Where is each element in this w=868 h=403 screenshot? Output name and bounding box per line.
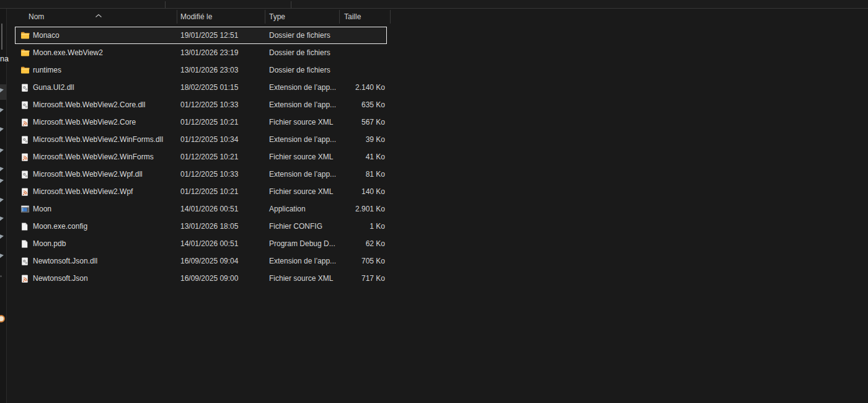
- file-size: 717 Ko: [361, 270, 385, 287]
- file-modified-date: 16/09/2025 09:00: [180, 270, 238, 287]
- file-row[interactable]: runtimes 13/01/2026 23:03 Dossier de fic…: [15, 61, 387, 79]
- nav-folder-icon-fragment[interactable]: [0, 315, 5, 322]
- column-header-type[interactable]: Type: [269, 9, 285, 25]
- file-name: Guna.UI2.dll: [33, 79, 74, 96]
- chevron-expand-icon[interactable]: [0, 197, 4, 203]
- chevron-expand-icon[interactable]: [0, 107, 4, 113]
- column-header-size[interactable]: Taille: [344, 9, 361, 25]
- file-name: Microsoft.Web.WebView2.Wpf.dll: [33, 166, 143, 183]
- command-bar-separator: [165, 1, 166, 8]
- file-row[interactable]: Moon.pdb 14/01/2026 00:51 Program Debug …: [15, 235, 387, 252]
- chevron-expand-icon[interactable]: [0, 253, 4, 259]
- file-row[interactable]: Monaco 19/01/2025 12:51 Dossier de fichi…: [15, 27, 387, 44]
- chevron-expand-icon[interactable]: [0, 148, 4, 153]
- navigation-pane-clipped: na: [0, 9, 7, 403]
- file-type: Dossier de fichiers: [269, 61, 330, 79]
- file-row[interactable]: Newtonsoft.Json 16/09/2025 09:00 Fichier…: [15, 270, 387, 287]
- folder-icon: [20, 31, 30, 40]
- app-icon: [20, 205, 30, 213]
- xml-icon: [20, 153, 29, 161]
- file-row[interactable]: Microsoft.Web.WebView2.WinForms.dll 01/1…: [15, 131, 387, 148]
- file-row[interactable]: Moon.exe.WebView2 13/01/2026 23:19 Dossi…: [15, 44, 387, 61]
- file-size: 635 Ko: [361, 96, 385, 113]
- file-row[interactable]: Microsoft.Web.WebView2.Wpf.dll 01/12/202…: [15, 166, 387, 183]
- file-list: Monaco 19/01/2025 12:51 Dossier de fichi…: [15, 27, 387, 287]
- dll-icon: [20, 100, 29, 109]
- file-modified-date: 19/01/2025 12:51: [180, 27, 238, 45]
- file-modified-date: 01/12/2025 10:21: [180, 113, 238, 131]
- xml-icon: [20, 187, 29, 196]
- file-size: 62 Ko: [366, 235, 385, 252]
- file-row[interactable]: Microsoft.Web.WebView2.Core 01/12/2025 1…: [15, 113, 387, 131]
- dll-icon: [20, 170, 29, 179]
- file-row[interactable]: Microsoft.Web.WebView2.Core.dll 01/12/20…: [15, 96, 387, 113]
- file-name: Microsoft.Web.WebView2.Core.dll: [33, 96, 145, 113]
- file-size: 39 Ko: [366, 131, 385, 148]
- file-row[interactable]: Newtonsoft.Json.dll 16/09/2025 09:04 Ext…: [15, 252, 387, 270]
- chevron-expand-icon[interactable]: [0, 87, 4, 93]
- chevron-expand-icon[interactable]: [0, 166, 4, 172]
- file-modified-date: 01/12/2025 10:33: [180, 166, 238, 183]
- file-row[interactable]: Guna.UI2.dll 18/02/2025 01:15 Extension …: [15, 79, 387, 96]
- file-type: Extension de l’app...: [269, 96, 336, 113]
- column-header-name[interactable]: Nom: [29, 9, 44, 25]
- file-type: Program Debug D...: [269, 235, 335, 252]
- file-size: 81 Ko: [366, 166, 385, 183]
- column-separator[interactable]: [339, 10, 340, 24]
- file-modified-date: 01/12/2025 10:21: [180, 183, 238, 200]
- file-type: Fichier CONFIG: [269, 218, 322, 235]
- chevron-expand-icon[interactable]: [0, 126, 4, 132]
- file-name: Newtonsoft.Json: [33, 270, 88, 287]
- file-modified-date: 14/01/2026 00:51: [180, 200, 238, 218]
- column-header-row: Nom Modifié le Type Taille: [0, 9, 868, 25]
- file-icon: [20, 239, 29, 248]
- column-separator[interactable]: [177, 10, 177, 24]
- nav-item-text-fragment[interactable]: na: [0, 55, 9, 63]
- file-modified-date: 01/12/2025 10:34: [180, 131, 238, 148]
- file-size: 2.140 Ko: [355, 79, 385, 96]
- dll-icon: [20, 83, 29, 92]
- file-type: Extension de l’app...: [269, 79, 336, 96]
- nav-item-dot: [0, 275, 2, 277]
- folder-icon: [20, 66, 30, 74]
- file-modified-date: 13/01/2026 23:03: [180, 61, 238, 79]
- file-type: Fichier source XML: [269, 113, 333, 131]
- file-name: Monaco: [33, 27, 60, 45]
- file-modified-date: 13/01/2026 23:19: [180, 44, 238, 61]
- chevron-expand-icon[interactable]: [0, 178, 4, 184]
- file-type: Extension de l’app...: [269, 166, 336, 183]
- file-type: Fichier source XML: [269, 183, 333, 200]
- file-modified-date: 16/09/2025 09:04: [180, 252, 238, 270]
- column-separator[interactable]: [390, 10, 391, 24]
- file-modified-date: 14/01/2026 00:51: [180, 235, 238, 252]
- chevron-expand-icon[interactable]: [0, 216, 4, 221]
- file-type: Dossier de fichiers: [269, 44, 330, 61]
- file-size: 567 Ko: [361, 113, 385, 131]
- xml-icon: [20, 118, 29, 126]
- file-size: 2.901 Ko: [355, 200, 385, 218]
- dll-icon: [20, 257, 29, 265]
- file-row[interactable]: Microsoft.Web.WebView2.WinForms 01/12/20…: [15, 148, 387, 166]
- column-separator[interactable]: [265, 10, 265, 24]
- xml-icon: [20, 274, 29, 283]
- file-explorer-window: na Nom Modifié le Type Taille Monaco 19/…: [0, 0, 868, 403]
- chevron-up-icon: [95, 9, 102, 20]
- file-row[interactable]: Microsoft.Web.WebView2.Wpf 01/12/2025 10…: [15, 183, 387, 200]
- file-name: Microsoft.Web.WebView2.Core: [33, 113, 136, 131]
- dll-icon: [20, 135, 29, 144]
- column-header-modified[interactable]: Modifié le: [180, 9, 212, 25]
- file-row[interactable]: Moon 14/01/2026 00:51 Application 2.901 …: [15, 200, 387, 218]
- file-type: Fichier source XML: [269, 148, 333, 166]
- file-row[interactable]: Moon.exe.config 13/01/2026 18:05 Fichier…: [15, 218, 387, 235]
- file-modified-date: 13/01/2026 18:05: [180, 218, 238, 235]
- chevron-expand-icon[interactable]: [0, 234, 4, 239]
- file-name: Moon: [33, 200, 51, 218]
- file-name: Moon.pdb: [33, 235, 66, 252]
- file-size: 41 Ko: [366, 148, 385, 166]
- file-name: Newtonsoft.Json.dll: [33, 252, 97, 270]
- file-type: Extension de l’app...: [269, 131, 336, 148]
- file-icon: [20, 222, 29, 231]
- nav-scrollbar-thumb[interactable]: [1, 24, 2, 50]
- file-type: Application: [269, 200, 306, 218]
- file-size: 1 Ko: [370, 218, 385, 235]
